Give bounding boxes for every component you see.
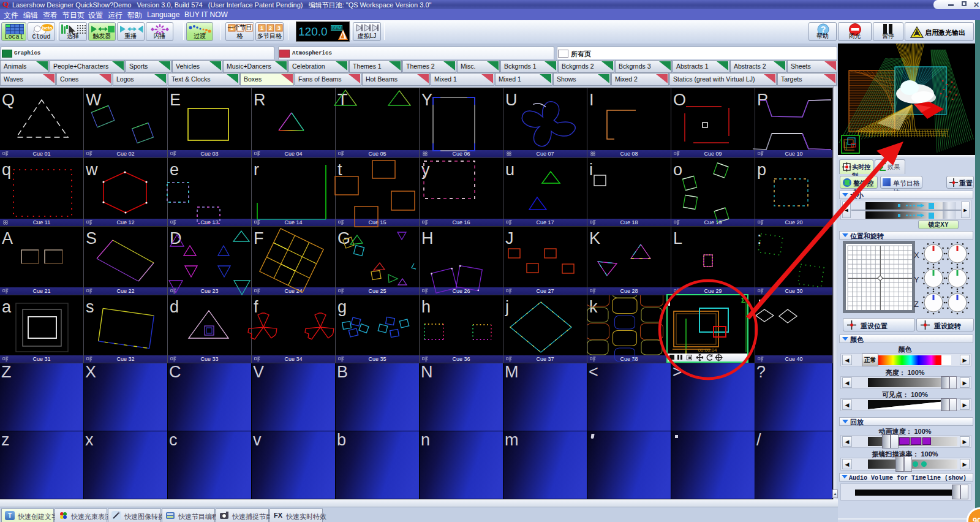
svg-text:3: 3 — [277, 25, 281, 31]
svg-text:00:00:04: 00:00:04 — [698, 347, 717, 353]
svg-text:Σ: Σ — [741, 297, 745, 304]
svg-text:1: 1 — [260, 25, 263, 31]
svg-text:2: 2 — [269, 25, 272, 31]
svg-text:beta: beta — [42, 25, 53, 31]
